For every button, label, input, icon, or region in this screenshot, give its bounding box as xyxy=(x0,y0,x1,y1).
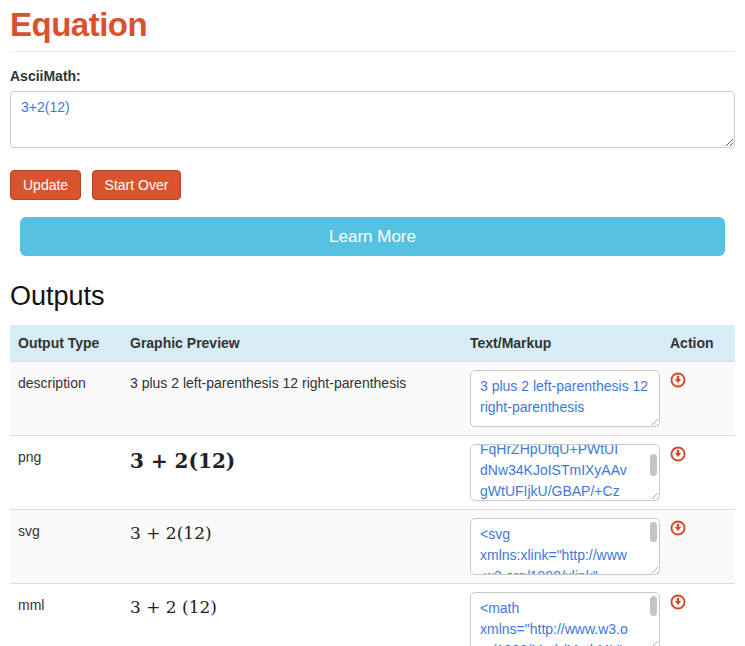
output-type-label: description xyxy=(18,370,86,391)
table-row-png: png 3 + 2(12) FqHrZHpUtqU+PWtUI dNw34KJo… xyxy=(10,436,735,510)
markup-line: <math xyxy=(480,598,650,619)
png-markup-box[interactable]: FqHrZHpUtqU+PWtUI dNw34KJoISTmIXyAAv gWt… xyxy=(470,444,660,501)
markup-line: xmlns:xlink="http://www xyxy=(480,545,650,566)
page-container: Equation AsciiMath: 3+2(12) Update Start… xyxy=(0,6,745,646)
outputs-heading: Outputs xyxy=(10,281,735,312)
download-icon[interactable] xyxy=(670,446,686,465)
column-header-graphic-preview: Graphic Preview xyxy=(122,325,462,362)
button-row: Update Start Over xyxy=(10,170,735,200)
output-type-label: svg xyxy=(18,518,40,539)
output-type-label: mml xyxy=(18,592,44,613)
png-preview: 3 + 2(12) xyxy=(130,444,235,473)
output-type-label: png xyxy=(18,444,41,465)
learn-more-button[interactable]: Learn More xyxy=(20,217,725,256)
scrollbar-thumb[interactable] xyxy=(650,454,657,476)
svg-preview: 3 + 2(12) xyxy=(130,518,212,543)
asciimath-input[interactable]: 3+2(12) xyxy=(10,91,735,148)
markup-line: FqHrZHpUtqU+PWtUI xyxy=(480,444,650,460)
asciimath-label: AsciiMath: xyxy=(10,68,735,84)
start-over-button[interactable]: Start Over xyxy=(92,170,182,200)
scrollbar-thumb[interactable] xyxy=(650,522,657,542)
outputs-table: Output Type Graphic Preview Text/Markup … xyxy=(10,325,735,646)
description-markup-box[interactable]: 3 plus 2 left-parenthesis 12 right-paren… xyxy=(470,370,660,427)
markup-line: xmlns="http://www.w3.o xyxy=(480,619,650,640)
mml-preview: 3 + 2 (12) xyxy=(130,592,217,617)
update-button[interactable]: Update xyxy=(10,170,81,200)
table-header-row: Output Type Graphic Preview Text/Markup … xyxy=(10,325,735,362)
download-icon[interactable] xyxy=(670,520,686,539)
download-icon[interactable] xyxy=(670,594,686,613)
page-title: Equation xyxy=(10,6,735,52)
markup-line: .w3.org/1999/xlink" xyxy=(480,566,650,575)
markup-line: <svg xyxy=(480,524,650,545)
column-header-action: Action xyxy=(662,325,735,362)
description-preview: 3 plus 2 left-parenthesis 12 right-paren… xyxy=(130,370,406,391)
svg-markup-box[interactable]: <svg xmlns:xlink="http://www .w3.org/199… xyxy=(470,518,660,575)
table-row-description: description 3 plus 2 left-parenthesis 12… xyxy=(10,362,735,436)
markup-text: 3 plus 2 left-parenthesis 12 right-paren… xyxy=(471,371,659,423)
table-row-mml: mml 3 + 2 (12) <math xmlns="http://www.w… xyxy=(10,584,735,646)
mml-markup-box[interactable]: <math xmlns="http://www.w3.o rg/1998/Mat… xyxy=(470,592,660,646)
download-icon[interactable] xyxy=(670,372,686,391)
markup-line: gWtUFIjkU/GBAP/+Cz xyxy=(480,481,650,501)
markup-line: rg/1998/Math/MathML" xyxy=(480,640,650,646)
column-header-text-markup: Text/Markup xyxy=(462,325,662,362)
scrollbar-thumb[interactable] xyxy=(650,596,657,616)
column-header-output-type: Output Type xyxy=(10,325,122,362)
markup-line: dNw34KJoISTmIXyAAv xyxy=(480,460,650,481)
table-row-svg: svg 3 + 2(12) <svg xmlns:xlink="http://w… xyxy=(10,510,735,584)
